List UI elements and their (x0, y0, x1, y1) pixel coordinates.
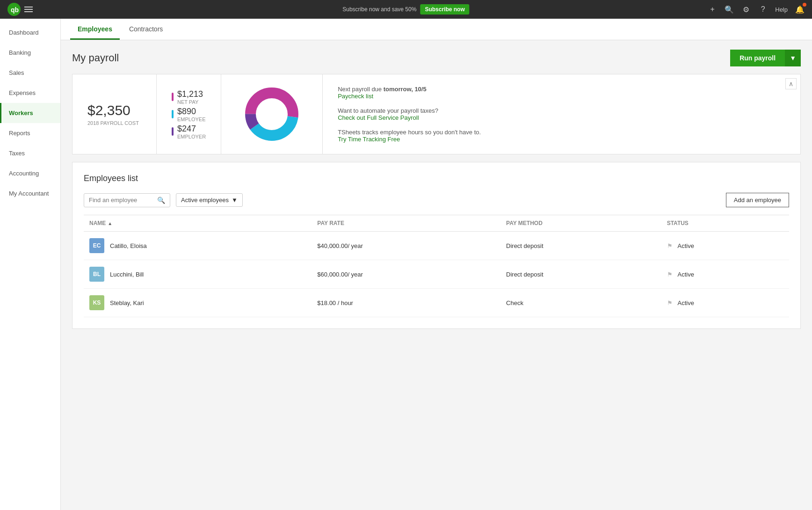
payroll-cost-section: $2,350 2018 PAYROLL COST (72, 74, 157, 154)
settings-icon[interactable]: ⚙ (741, 5, 751, 14)
tsheets-line: TSheets tracks employee hours so you don… (338, 129, 785, 143)
employee-table: NAME ▲ PAY RATE PAY METHOD STATUS EC (84, 215, 789, 317)
full-service-link[interactable]: Check out Full Service Payroll (338, 114, 419, 121)
add-icon[interactable]: + (708, 5, 717, 14)
status-value: Active (678, 299, 694, 306)
collapse-button[interactable]: ∧ (785, 78, 797, 89)
main-content: Employees Contractors My payroll Run pay… (61, 19, 812, 510)
donut-chart-wrapper (221, 74, 323, 154)
sidebar-item-taxes[interactable]: Taxes (0, 143, 60, 163)
employee-name-cell: BL Lucchini, Bill (84, 260, 312, 289)
subscribe-button[interactable]: Subscribe now (420, 4, 469, 15)
time-tracking-link[interactable]: Try Time Tracking Free (338, 136, 400, 143)
breakdown-employer: $247 EMPLOYER (172, 124, 206, 139)
search-icon[interactable]: 🔍 (725, 5, 734, 14)
employee-pay-method: Check (500, 289, 661, 317)
promo-text: Subscribe now and save 50% (342, 6, 416, 13)
employee-pay-rate: $18.00 / hour (312, 289, 500, 317)
paycheck-list-link[interactable]: Paycheck list (338, 93, 373, 100)
avatar: KS (89, 295, 104, 310)
payroll-card: $2,350 2018 PAYROLL COST $1,213 NET PAY (72, 74, 801, 154)
payroll-breakdown: $1,213 NET PAY $890 EMPLOYEE (157, 74, 221, 154)
sidebar-item-accounting[interactable]: Accounting (0, 163, 60, 183)
hamburger-icon[interactable] (24, 7, 33, 12)
automate-taxes-line: Want to automate your payroll taxes? Che… (338, 107, 785, 121)
next-payroll-line: Next payroll due tomorrow, 10/5 Paycheck… (338, 86, 785, 100)
sidebar-item-sales[interactable]: Sales (0, 63, 60, 83)
table-row[interactable]: BL Lucchini, Bill $60,000.00/ year Direc… (84, 260, 789, 289)
sidebar-item-workers[interactable]: Workers (0, 103, 60, 123)
promo-banner: Subscribe now and save 50% Subscribe now (342, 4, 469, 15)
employee-amount: $890 (177, 107, 206, 117)
employer-label: EMPLOYER (177, 134, 206, 139)
avatar: EC (89, 238, 104, 253)
table-row[interactable]: EC Catillo, Eloisa $40,000.00/ year Dire… (84, 232, 789, 260)
net-pay-label: NET PAY (177, 99, 203, 105)
payroll-cost-label: 2018 PAYROLL COST (87, 120, 141, 126)
tab-contractors[interactable]: Contractors (122, 19, 170, 40)
breakdown-bar-net (172, 93, 174, 101)
col-pay-rate: PAY RATE (312, 215, 500, 232)
add-employee-button[interactable]: Add an employee (726, 193, 789, 207)
help-icon[interactable]: ? (758, 5, 768, 14)
help-label[interactable]: Help (775, 6, 788, 13)
employee-pay-method: Direct deposit (500, 232, 661, 260)
sidebar-item-dashboard[interactable]: Dashboard (0, 22, 60, 43)
breakdown-bar-employer (172, 127, 174, 136)
tab-employees[interactable]: Employees (70, 19, 120, 40)
payroll-header: My payroll Run payroll ▼ (72, 50, 801, 66)
col-status: STATUS (661, 215, 789, 232)
employee-status: ⚑ Active (661, 232, 789, 260)
employee-name: Steblay, Kari (110, 299, 144, 306)
status-value: Active (678, 242, 694, 249)
status-icon: ⚑ (667, 242, 673, 249)
notification-icon[interactable]: 🔔 (795, 5, 805, 14)
tabs-bar: Employees Contractors (61, 19, 812, 40)
page-inner: My payroll Run payroll ▼ $2,350 2018 PAY… (61, 40, 812, 338)
sidebar-item-reports[interactable]: Reports (0, 123, 60, 143)
app-layout: Dashboard Banking Sales Expenses Workers… (0, 19, 812, 510)
employee-name-cell: KS Steblay, Kari (84, 289, 312, 317)
employee-name-cell: EC Catillo, Eloisa (84, 232, 312, 260)
chevron-down-icon: ▼ (232, 197, 238, 204)
col-pay-method: PAY METHOD (500, 215, 661, 232)
net-pay-amount: $1,213 (177, 89, 203, 99)
employee-label: EMPLOYEE (177, 117, 206, 122)
status-icon: ⚑ (667, 271, 673, 278)
sidebar-item-my-accountant[interactable]: My Accountant (0, 183, 60, 204)
search-icon: 🔍 (157, 197, 165, 204)
search-input[interactable] (89, 197, 154, 204)
payroll-title: My payroll (72, 52, 119, 64)
employee-name: Catillo, Eloisa (110, 242, 147, 249)
employee-pay-method: Direct deposit (500, 260, 661, 289)
active-employees-filter[interactable]: Active employees ▼ (176, 193, 243, 207)
topbar-right: + 🔍 ⚙ ? Help 🔔 (708, 5, 805, 14)
svg-point-6 (257, 100, 287, 129)
logo-area[interactable]: qb (7, 3, 36, 16)
sidebar-item-banking[interactable]: Banking (0, 43, 60, 63)
table-row[interactable]: KS Steblay, Kari $18.00 / hour Check ⚑ A… (84, 289, 789, 317)
employee-name: Lucchini, Bill (110, 271, 144, 278)
payroll-cost-amount: $2,350 (87, 102, 141, 118)
payroll-info: Next payroll due tomorrow, 10/5 Paycheck… (323, 74, 800, 154)
breakdown-bar-employee (172, 110, 174, 118)
breakdown-net-pay: $1,213 NET PAY (172, 89, 206, 105)
employee-pay-rate: $40,000.00/ year (312, 232, 500, 260)
col-name[interactable]: NAME ▲ (84, 215, 312, 232)
donut-chart (244, 86, 300, 142)
svg-text:qb: qb (11, 6, 19, 14)
run-payroll-button[interactable]: Run payroll (730, 50, 785, 66)
employees-list-title: Employees list (84, 174, 789, 183)
employees-section: Employees list 🔍 Active employees ▼ Add … (72, 162, 801, 329)
run-payroll-dropdown[interactable]: ▼ (785, 50, 801, 66)
employee-status: ⚑ Active (661, 289, 789, 317)
employee-pay-rate: $60,000.00/ year (312, 260, 500, 289)
status-value: Active (678, 271, 694, 278)
notification-badge (803, 3, 806, 7)
run-payroll-wrapper: Run payroll ▼ (730, 50, 801, 66)
search-wrapper: 🔍 (84, 193, 170, 207)
sidebar-item-expenses[interactable]: Expenses (0, 83, 60, 103)
sort-icon: ▲ (108, 221, 112, 226)
avatar: BL (89, 267, 104, 282)
employer-amount: $247 (177, 124, 206, 134)
